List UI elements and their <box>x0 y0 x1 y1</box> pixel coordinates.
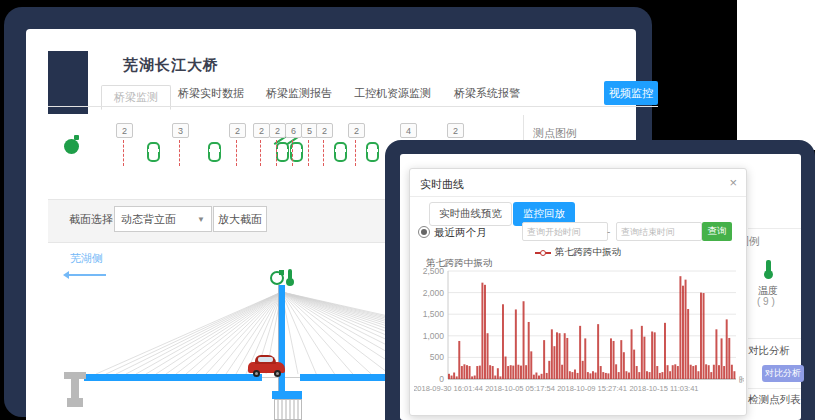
tab-bridge-realtime-data[interactable]: 桥梁实时数据 <box>178 86 244 101</box>
chevron-down-icon: ▼ <box>197 215 205 224</box>
tower-foundation <box>274 399 302 420</box>
sensor-count-badge: 2 <box>116 123 133 138</box>
thermometer-sensor-icon <box>288 269 292 280</box>
enlarge-section-button[interactable]: 放大截面 <box>213 206 267 232</box>
screenshot-stage: 芜湖长江大桥 桥梁监测 桥梁实时数据 桥梁监测报告 工控机资源监测 桥梁系统报警… <box>0 0 815 420</box>
link-sensor-icon <box>147 142 160 162</box>
svg-text:1,000: 1,000 <box>423 331 445 341</box>
svg-text:2,500: 2,500 <box>423 267 445 276</box>
compare-analysis-title: 对比分析 <box>748 344 790 358</box>
link-sensor-icon <box>366 142 379 162</box>
section-dropdown[interactable]: 动态背立面 ▼ <box>114 206 212 232</box>
sensor-dashed-line <box>292 140 293 166</box>
svg-text:2018-10-09 15:27:41: 2018-10-09 15:27:41 <box>557 384 627 393</box>
sensor-dashed-line <box>308 140 309 166</box>
svg-text:500: 500 <box>430 352 444 362</box>
car-window <box>258 357 273 362</box>
car-wheel-front <box>274 370 281 377</box>
link-sensor-icon <box>334 142 347 162</box>
sensor-dashed-line <box>236 140 237 166</box>
compare-analysis-button[interactable]: 对比分析 <box>762 365 804 382</box>
bridge-deck-left <box>84 374 262 381</box>
vibration-chart: 05001,0001,5002,0002,5002018-09-30 16:01… <box>414 267 744 407</box>
page-title: 芜湖长江大桥 <box>123 56 219 75</box>
legend-marker-icon <box>535 252 551 254</box>
tab-bridge-monitoring-report[interactable]: 桥梁监测报告 <box>266 86 332 101</box>
car-wheel-rear <box>253 370 260 377</box>
realtime-curve-dialog: 实时曲线 × 实时曲线预览 监控回放 最近两个月 - 查询 第七跨跨中振动 第七… <box>409 168 747 416</box>
query-start-time-input[interactable] <box>522 222 608 241</box>
detection-point-list-title: 检测点列表 <box>748 393 801 407</box>
close-icon[interactable]: × <box>729 175 737 190</box>
sensor-dashed-line <box>355 140 356 166</box>
legend-label: 第七跨跨中振动 <box>555 246 622 259</box>
svg-text:1,500: 1,500 <box>423 309 445 319</box>
range-separator: - <box>607 226 610 237</box>
svg-text:2018-09-30 16:01:44: 2018-09-30 16:01:44 <box>414 384 483 393</box>
sensor-dashed-line <box>123 140 124 166</box>
sensor-count-badge: 2 <box>316 123 333 138</box>
last-two-months-label: 最近两个月 <box>434 226 487 240</box>
sensor-dashed-line <box>276 140 277 166</box>
temperature-count: ( 9 ) <box>757 296 775 307</box>
gps-sensor-icon <box>270 271 284 285</box>
tabs-divider <box>48 106 658 107</box>
sidebar-divider <box>748 228 801 229</box>
weight-sensor-icon <box>64 139 79 154</box>
sensor-count-badge: 2 <box>348 123 365 138</box>
dialog-header: 实时曲线 × <box>410 169 746 197</box>
svg-text:2018-10-15 11:03:41: 2018-10-15 11:03:41 <box>629 384 698 393</box>
bridge-tower <box>278 285 285 399</box>
tower-base-cap <box>272 391 302 399</box>
temperature-icon <box>766 260 771 273</box>
tab-realtime-curve-preview[interactable]: 实时曲线预览 <box>429 202 512 226</box>
sensor-dashed-line <box>323 140 324 166</box>
sensor-count-badge: 2 <box>253 123 270 138</box>
sidebar-divider <box>748 388 801 389</box>
sensor-dashed-line <box>179 140 180 166</box>
sensor-count-badge: 2 <box>269 123 286 138</box>
query-end-time-input[interactable] <box>616 222 702 241</box>
last-two-months-radio[interactable] <box>418 226 430 238</box>
dialog-title: 实时曲线 <box>420 177 464 192</box>
link-sensor-icon <box>208 142 221 162</box>
tab-bridge-system-alarm[interactable]: 桥梁系统报警 <box>454 86 520 101</box>
sensor-count-badge: 2 <box>229 123 246 138</box>
backdrop-white-block <box>737 0 815 150</box>
sensor-dashed-line <box>260 140 261 166</box>
tab-ipc-resource-monitoring[interactable]: 工控机资源监测 <box>354 86 431 101</box>
sensor-count-badge: 6 <box>285 123 302 138</box>
svg-text:0: 0 <box>439 374 444 384</box>
frame-step <box>48 51 88 114</box>
sensor-count-badge: 2 <box>447 123 464 138</box>
video-monitoring-button[interactable]: 视频监控 <box>604 81 658 105</box>
section-dropdown-value: 动态背立面 <box>121 212 176 227</box>
sensor-count-badge: 3 <box>172 123 189 138</box>
sidebar-divider <box>748 338 801 339</box>
sensor-count-badge: 4 <box>400 123 417 138</box>
svg-text:时间: 时间 <box>739 375 744 385</box>
svg-text:2018-10-05 05:17:54: 2018-10-05 05:17:54 <box>485 384 555 393</box>
bridge-left-pier <box>64 372 86 379</box>
legend-panel-title: 测点图例 <box>533 126 577 141</box>
query-button[interactable]: 查询 <box>702 222 732 241</box>
svg-text:2,000: 2,000 <box>423 288 445 298</box>
